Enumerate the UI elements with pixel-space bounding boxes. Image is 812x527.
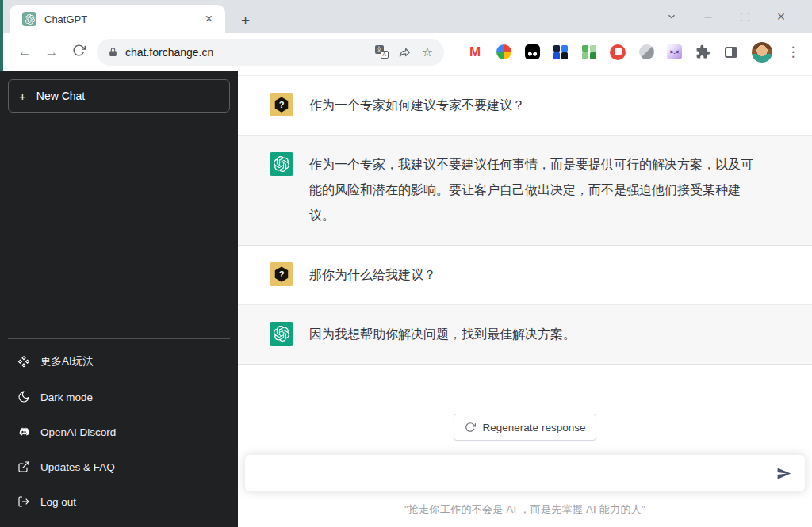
new-chat-label: New Chat (36, 90, 85, 102)
share-icon[interactable] (399, 46, 412, 59)
sidebar-item-logout[interactable]: Log out (8, 484, 230, 519)
side-panel-icon[interactable] (723, 44, 739, 60)
sidebar-item-label: OpenAI Discord (40, 426, 116, 438)
message-row-user: 那你为什么给我建议？ (238, 246, 812, 305)
logout-icon (17, 495, 30, 508)
browser-tab-chatgpt[interactable]: ChatGPT × (10, 5, 225, 33)
discord-icon (17, 426, 30, 438)
chat-main: 作为一个专家如何建议专家不要建议？ 作为一个专家，我建议不要建议任何事情，而是要… (238, 71, 812, 527)
url-text[interactable]: chat.forchange.cn (125, 46, 365, 59)
window-edge-accent (0, 0, 3, 71)
sidebar-spacer (8, 113, 230, 338)
message-input-container (244, 454, 806, 492)
sidebar-menu: 更多AI玩法 Dark mode OpenAI Discord Updates … (8, 338, 230, 519)
user-avatar (270, 262, 293, 286)
moon-icon (17, 391, 30, 403)
browser-menu-icon[interactable]: ⋮ (785, 44, 801, 60)
blue-grid-extension-icon[interactable] (553, 44, 569, 60)
regenerate-label: Regenerate response (483, 422, 586, 433)
sidebar: + New Chat 更多AI玩法 Dark mode OpenAI Disco… (0, 71, 238, 527)
message-row-assistant: 因为我想帮助你解决问题，找到最佳解决方案。 (238, 305, 812, 365)
bookmark-star-icon[interactable]: ☆ (422, 44, 433, 59)
chatgpt-app: + New Chat 更多AI玩法 Dark mode OpenAI Disco… (0, 71, 812, 527)
message-input[interactable] (256, 467, 773, 480)
lock-icon (108, 47, 118, 57)
gmail-extension-icon[interactable]: M (467, 44, 483, 60)
forward-icon[interactable]: → (38, 44, 65, 60)
new-chat-button[interactable]: + New Chat (8, 79, 230, 113)
assistant-avatar-openai-icon (270, 322, 293, 346)
footer-quote: "抢走你工作的不会是 AI ，而是先掌握 AI 能力的人" (404, 502, 645, 517)
external-link-icon (17, 460, 30, 473)
chat-messages: 作为一个专家如何建议专家不要建议？ 作为一个专家，我建议不要建议任何事情，而是要… (238, 75, 812, 365)
black-dots-extension-icon[interactable] (524, 44, 540, 60)
tab-title: ChatGPT (44, 13, 201, 25)
window-close-button[interactable]: × (763, 9, 799, 25)
sidebar-item-more-ai[interactable]: 更多AI玩法 (8, 343, 230, 380)
regenerate-response-button[interactable]: Regenerate response (454, 414, 597, 441)
refresh-icon (465, 422, 476, 433)
translate-icon[interactable]: 文A (375, 45, 389, 59)
sidebar-item-label: Updates & FAQ (40, 461, 115, 473)
user-avatar (270, 93, 293, 116)
message-text: 作为一个专家如何建议专家不要建议？ (309, 93, 525, 118)
chatgpt-favicon-icon (22, 12, 36, 26)
sidebar-item-updates-faq[interactable]: Updates & FAQ (8, 449, 230, 484)
message-row-assistant: 作为一个专家，我建议不要建议任何事情，而是要提供可行的解决方案，以及可能的风险和… (238, 136, 812, 246)
reload-icon[interactable] (65, 44, 92, 61)
message-text: 作为一个专家，我建议不要建议任何事情，而是要提供可行的解决方案，以及可能的风险和… (309, 152, 760, 228)
browser-profile-avatar[interactable] (752, 42, 772, 63)
blocker-hand-extension-icon[interactable] (610, 44, 626, 60)
plus-icon: + (19, 90, 26, 103)
extensions-puzzle-icon[interactable] (695, 44, 710, 60)
terminal-extension-icon[interactable]: >.< (667, 44, 682, 59)
chat-bottom-area: Regenerate response "抢走你工作的不会是 AI ，而是先掌握… (238, 414, 812, 527)
sidebar-item-discord[interactable]: OpenAI Discord (8, 414, 230, 449)
green-grid-extension-icon[interactable] (581, 44, 597, 60)
swirl-extension-icon[interactable] (638, 44, 654, 60)
extensions-area: M >.< ⋮ (444, 42, 804, 63)
new-tab-button[interactable]: + (236, 11, 255, 29)
browser-toolbar: ← → chat.forchange.cn 文A ☆ M >.< ⋮ (0, 33, 812, 71)
send-button[interactable] (773, 463, 794, 483)
tab-search-chevron-icon[interactable] (653, 11, 690, 22)
sidebar-item-label: Dark mode (40, 391, 93, 403)
assistant-avatar-openai-icon (270, 152, 293, 176)
sidebar-item-label: 更多AI玩法 (40, 354, 94, 369)
browser-titlebar: ChatGPT × + – × (0, 0, 812, 33)
message-row-user: 作为一个专家如何建议专家不要建议？ (238, 76, 812, 136)
color-wheel-extension-icon[interactable] (496, 44, 511, 60)
sidebar-item-dark-mode[interactable]: Dark mode (8, 380, 230, 414)
back-icon[interactable]: ← (11, 44, 38, 60)
send-icon (776, 466, 791, 481)
sidebar-item-label: Log out (40, 496, 76, 508)
window-controls: – × (653, 0, 812, 33)
address-bar[interactable]: chat.forchange.cn 文A ☆ (97, 39, 444, 66)
message-text: 那你为什么给我建议？ (309, 262, 436, 288)
minimize-button[interactable]: – (690, 10, 726, 24)
message-text: 因为我想帮助你解决问题，找到最佳解决方案。 (309, 322, 576, 347)
tab-close-icon[interactable]: × (201, 10, 217, 28)
maximize-button[interactable] (726, 13, 763, 21)
diamonds-icon (17, 355, 30, 368)
